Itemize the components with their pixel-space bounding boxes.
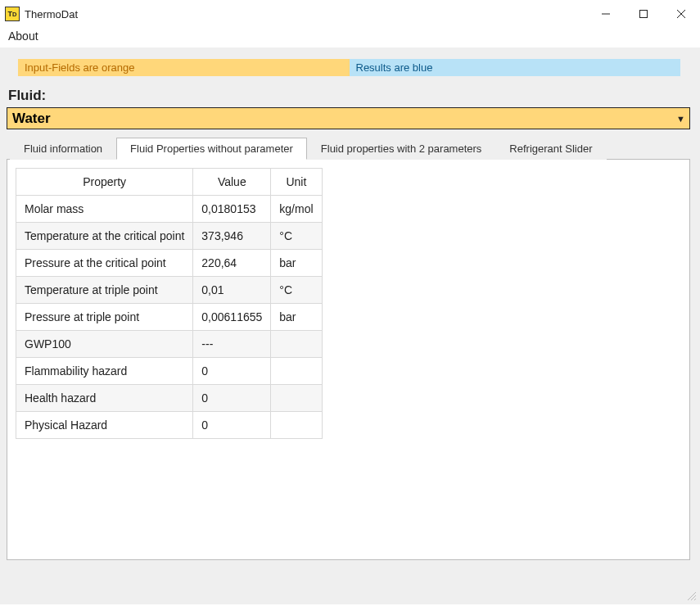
minimize-icon (601, 9, 611, 19)
svg-line-6 (694, 599, 696, 600)
main-content: Input-Fields are orange Results are blue… (0, 47, 700, 604)
app-icon: TD (5, 7, 20, 21)
svg-rect-1 (640, 11, 648, 18)
legend-row: Input-Fields are orange Results are blue (18, 59, 680, 76)
close-button[interactable] (662, 0, 700, 28)
table-row: Temperature at the critical point373,946… (16, 223, 323, 250)
cell-property: Health hazard (16, 385, 193, 412)
legend-input: Input-Fields are orange (18, 59, 350, 76)
fluid-select[interactable]: Water (7, 107, 690, 129)
tab-no-param[interactable]: Fluid Properties without parameter (116, 138, 307, 160)
minimize-button[interactable] (587, 0, 625, 28)
cell-unit (271, 412, 322, 439)
table-row: Pressure at triple point0,00611655bar (16, 304, 323, 331)
table-header-row: Property Value Unit (16, 169, 323, 196)
tab-pane-properties: Property Value Unit Molar mass0,0180153k… (7, 159, 690, 560)
cell-unit: °C (271, 277, 322, 304)
table-row: Health hazard0 (16, 385, 323, 412)
cell-value: 0,01 (193, 277, 271, 304)
tab-two-param[interactable]: Fluid properties with 2 parameters (307, 138, 496, 160)
cell-value: 373,946 (193, 223, 271, 250)
table-row: Molar mass0,0180153kg/mol (16, 196, 323, 223)
close-icon (676, 9, 686, 19)
table-row: Physical Hazard0 (16, 412, 323, 439)
cell-value: 0,00611655 (193, 304, 271, 331)
cell-property: Flammability hazard (16, 358, 193, 385)
menu-bar: About (0, 28, 700, 47)
properties-table: Property Value Unit Molar mass0,0180153k… (16, 168, 323, 439)
cell-property: Temperature at triple point (16, 277, 193, 304)
col-property: Property (16, 169, 193, 196)
resize-grip-icon[interactable] (685, 590, 697, 601)
table-row: GWP100--- (16, 331, 323, 358)
cell-unit (271, 331, 322, 358)
cell-unit: kg/mol (271, 196, 322, 223)
col-unit: Unit (271, 169, 322, 196)
cell-property: GWP100 (16, 331, 193, 358)
cell-value: 0 (193, 358, 271, 385)
tab-refrig[interactable]: Refrigerant Slider (495, 138, 606, 160)
maximize-button[interactable] (625, 0, 662, 28)
cell-value: 0,0180153 (193, 196, 271, 223)
table-row: Temperature at triple point0,01°C (16, 277, 323, 304)
maximize-icon (639, 9, 648, 19)
title-bar: TD ThermoDat (0, 0, 700, 28)
cell-value: 220,64 (193, 250, 271, 277)
legend-result: Results are blue (350, 59, 681, 76)
fluid-label: Fluid: (8, 88, 690, 104)
cell-unit: bar (271, 304, 322, 331)
cell-property: Temperature at the critical point (16, 223, 193, 250)
cell-unit: bar (271, 250, 322, 277)
cell-unit (271, 358, 322, 385)
cell-property: Pressure at triple point (16, 304, 193, 331)
cell-unit (271, 385, 322, 412)
menu-about[interactable]: About (8, 29, 38, 43)
tab-info[interactable]: Fluid information (10, 138, 116, 160)
app-title: ThermoDat (25, 8, 78, 20)
tab-strip: Fluid informationFluid Properties withou… (10, 138, 690, 160)
cell-value: 0 (193, 385, 271, 412)
col-value: Value (193, 169, 271, 196)
table-row: Pressure at the critical point220,64bar (16, 250, 323, 277)
fluid-select-wrap: Water ▼ (7, 107, 690, 129)
cell-unit: °C (271, 223, 322, 250)
cell-property: Molar mass (16, 196, 193, 223)
cell-property: Physical Hazard (16, 412, 193, 439)
cell-value: 0 (193, 412, 271, 439)
cell-property: Pressure at the critical point (16, 250, 193, 277)
window-controls (587, 0, 700, 28)
cell-value: --- (193, 331, 271, 358)
table-row: Flammability hazard0 (16, 358, 323, 385)
